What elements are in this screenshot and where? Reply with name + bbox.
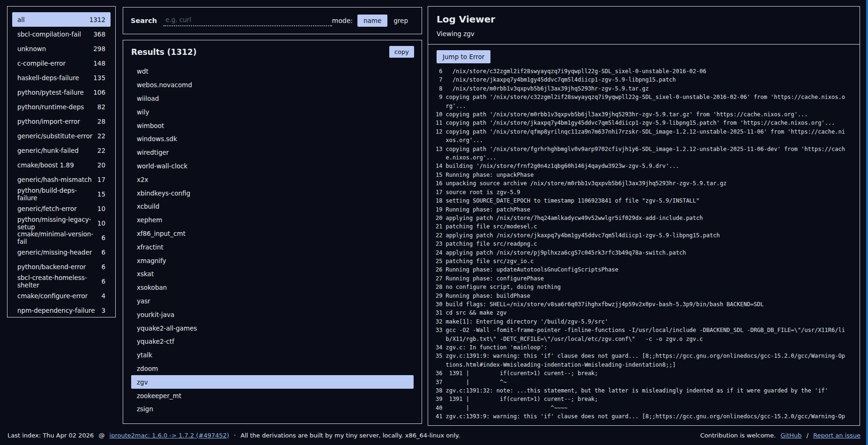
sidebar-category-item[interactable]: sbcl-create-homeless-shelter 6 <box>12 274 111 288</box>
log-line-number: 19 <box>436 205 442 214</box>
log-line-text: copying path '/nix/store/fgrhrhghbmglv0v… <box>445 145 845 162</box>
result-item[interactable]: zsign <box>131 402 414 416</box>
result-item[interactable]: yourkit-java <box>131 308 414 321</box>
results-panel: Results (1312) copy wdt webos.novacomd w… <box>123 40 422 424</box>
result-item[interactable]: wimboot <box>131 119 414 132</box>
result-item-label: xephem <box>137 216 162 224</box>
status-bar-left: Last index: Thu Apr 02 2026 @ iproute2ma… <box>7 432 463 439</box>
result-item-label: wiiload <box>137 95 159 102</box>
sidebar-category-item[interactable]: generic/fetch-error 10 <box>12 201 111 216</box>
log-line-number: 35 <box>436 352 442 360</box>
result-item[interactable]: xsokoban <box>131 281 414 294</box>
category-count: 20 <box>97 161 105 169</box>
copy-button[interactable]: copy <box>389 46 414 58</box>
log-line: 12 copying path '/nix/store/qfmp8yrilnqc… <box>436 128 860 145</box>
category-label: cmake/boost 1.89 <box>17 161 74 169</box>
sidebar-category-item[interactable]: haskell-deps-failure 135 <box>12 70 111 85</box>
result-item[interactable]: xf86_input_cmt <box>131 227 414 241</box>
result-item[interactable]: x2x <box>131 173 414 186</box>
log-line-number: 11 <box>436 119 442 127</box>
log-line-number: 10 <box>436 110 442 119</box>
log-line-number: 36 <box>436 369 442 377</box>
result-item[interactable]: xbindkeys-config <box>131 186 414 200</box>
result-item[interactable]: xephem <box>131 213 414 227</box>
category-count: 6 <box>101 234 105 241</box>
log-line-number: 34 <box>436 343 442 352</box>
log-line-number: 24 <box>436 249 442 257</box>
result-item[interactable]: yquake2-all-games <box>131 321 414 335</box>
result-item[interactable]: yasr <box>131 294 414 308</box>
result-item[interactable]: zdoom <box>131 362 414 376</box>
log-line-text: source root is zgv-5.9 <box>445 188 845 196</box>
sidebar-category-item[interactable]: python/pytest-failure 106 <box>12 85 111 99</box>
result-item[interactable]: webos.novacomd <box>131 78 414 92</box>
sidebar-category-item[interactable]: cmake/boost 1.89 20 <box>12 158 111 172</box>
log-lines: 6 /nix/store/c32zgml2if28swyayqzq7i9yqwp… <box>436 68 860 421</box>
category-count: 10 <box>97 219 105 227</box>
log-viewer-panel: Log Viewer Viewing zgv Jump to Error 6 /… <box>428 6 860 426</box>
category-label: haskell-deps-failure <box>17 74 79 82</box>
result-item[interactable]: yquake2-ctf <box>131 335 414 348</box>
log-line-number: 13 <box>436 145 442 153</box>
sidebar-category-item[interactable]: python/backend-error 6 <box>12 259 111 274</box>
sidebar-category-item[interactable]: generic/substitute-error 22 <box>12 128 111 143</box>
sidebar-category-item[interactable]: python/build-deps-failure 15 <box>12 187 111 201</box>
log-line-text: copying path '/nix/store/m0rbb1v3qxpvb5b… <box>445 110 845 119</box>
log-line-text: patching file src/readpng.c <box>445 240 845 248</box>
log-line-number: 33 <box>436 326 442 334</box>
result-item-label: yquake2-ctf <box>137 338 174 345</box>
result-item[interactable]: wiredtiger <box>131 146 414 159</box>
result-item[interactable]: wdt <box>131 65 414 78</box>
result-item-label: ytalk <box>137 351 152 359</box>
result-item-label: wimboot <box>137 122 164 129</box>
sidebar-category-item[interactable]: unknown 298 <box>12 41 111 56</box>
category-label: generic/substitute-error <box>17 132 92 140</box>
search-input[interactable] <box>163 15 332 26</box>
log-line-number: 17 <box>436 188 442 196</box>
result-item[interactable]: wiiload <box>131 92 414 106</box>
result-item[interactable]: zgv <box>131 375 414 389</box>
sidebar-category-item[interactable]: python/missing-legacy-setup 10 <box>12 216 111 230</box>
result-item-label: yquake2-all-games <box>137 324 197 332</box>
report-issue-link[interactable]: Report an issue <box>813 432 861 439</box>
sidebar-category-item[interactable]: all 1312 <box>12 12 111 27</box>
log-line-text: copying path '/nix/store/c32zgml2if28swy… <box>445 93 845 110</box>
result-item[interactable]: world-wall-clock <box>131 159 414 173</box>
link-separator: / <box>807 432 809 439</box>
search-mode-button[interactable]: grep <box>387 15 414 27</box>
log-line-number: 20 <box>436 214 442 222</box>
result-item[interactable]: zookeeper_mt <box>131 389 414 402</box>
result-item[interactable]: ytalk <box>131 348 414 362</box>
log-line: 22 applying patch /nix/store/jkaxpq7y4bm… <box>436 231 860 240</box>
sidebar-category-item[interactable]: generic/hash-mismatch 17 <box>12 172 111 187</box>
result-item-label: xf86_input_cmt <box>137 230 185 237</box>
sidebar-category-item[interactable]: c-compile-error 148 <box>12 56 111 70</box>
github-link[interactable]: GitHub <box>780 432 801 439</box>
result-item-label: zdoom <box>137 365 158 372</box>
last-index-link[interactable]: iproute2mac: 1.6.0 -> 1.7.2 (#497452) <box>110 432 230 439</box>
log-body[interactable]: 6 /nix/store/c32zgml2if28swyayqzq7i9yqwp… <box>428 68 860 425</box>
log-line: 9 copying path '/nix/store/c32zgml2if28s… <box>436 93 860 110</box>
result-item[interactable]: xskat <box>131 267 414 281</box>
log-line-number: 40 <box>436 404 442 412</box>
result-item[interactable]: xfractint <box>131 240 414 254</box>
result-item[interactable]: windows.sdk <box>131 132 414 146</box>
category-label: generic/missing-header <box>17 249 92 256</box>
jump-to-error-button[interactable]: Jump to Error <box>437 50 490 63</box>
log-line-number: 41 <box>436 412 442 421</box>
result-item[interactable]: xcbuild <box>131 200 414 213</box>
log-line-number: 8 <box>436 84 442 93</box>
sidebar-category-item[interactable]: sbcl-compilation-fail 368 <box>12 27 111 41</box>
result-item[interactable]: xmagnify <box>131 254 414 267</box>
sidebar-category-item[interactable]: python/runtime-deps 82 <box>12 99 111 114</box>
sidebar-category-item[interactable]: cmake/configure-error 4 <box>12 288 111 303</box>
sidebar-category-item[interactable]: generic/hunk-failed 22 <box>12 143 111 158</box>
sidebar-category-item[interactable]: python/import-error 28 <box>12 114 111 128</box>
sidebar-category-item[interactable]: generic/missing-header 6 <box>12 245 111 259</box>
result-item[interactable]: wily <box>131 105 414 119</box>
search-mode-button[interactable]: name <box>357 15 387 27</box>
sidebar-category-item[interactable]: cmake/minimal-version-fail 6 <box>12 230 111 245</box>
sidebar-category-item[interactable]: npm-dependency-failure 3 <box>12 303 111 317</box>
result-item-label: zsign <box>137 405 153 413</box>
right-edge-scrollbar[interactable] <box>866 0 868 445</box>
